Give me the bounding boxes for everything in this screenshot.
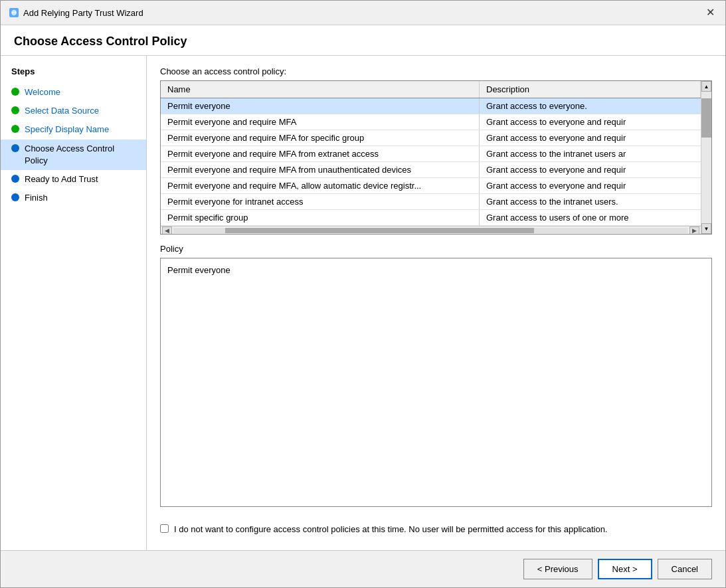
sidebar-item-label-specify-display-name: Specify Display Name: [25, 124, 109, 136]
td-name: Permit everyone and require MFA: [161, 114, 480, 130]
td-name: Permit everyone and require MFA for spec…: [161, 130, 480, 146]
table-section: Choose an access control policy: Name De…: [160, 66, 712, 235]
footer: < Previous Next > Cancel: [1, 550, 725, 587]
td-desc: Grant access to the intranet users.: [480, 194, 701, 209]
policy-table-outer: Name Description Permit everyone Grant a…: [160, 80, 712, 235]
td-desc: Grant access to everyone and requir: [480, 162, 701, 177]
checkbox-row: I do not want to configure access contro…: [160, 516, 712, 540]
table-row[interactable]: Permit everyone for intranet access Gran…: [161, 194, 701, 210]
sidebar-item-choose-access-control-policy: Choose Access Control Policy: [1, 140, 146, 170]
content-area: Steps Welcome Select Data Source Specify…: [1, 56, 725, 550]
main-window: Add Relying Party Trust Wizard ✕ Choose …: [0, 0, 726, 588]
step-dot-specify-display-name: [11, 125, 19, 133]
step-dot-choose-access-control-policy: [11, 144, 19, 152]
wizard-icon: [9, 7, 19, 18]
table-row[interactable]: Permit everyone and require MFA Grant ac…: [161, 114, 701, 130]
sidebar-item-label-ready-to-add-trust: Ready to Add Trust: [25, 173, 98, 185]
table-row[interactable]: Permit everyone and require MFA for spec…: [161, 130, 701, 146]
table-section-label: Choose an access control policy:: [160, 66, 712, 76]
titlebar: Add Relying Party Trust Wizard ✕: [1, 1, 725, 25]
sidebar-item-label-select-data-source: Select Data Source: [25, 105, 99, 117]
td-desc: Grant access to everyone.: [480, 98, 701, 114]
col-header-name: Name: [161, 81, 480, 98]
sidebar-item-specify-display-name[interactable]: Specify Display Name: [1, 120, 146, 139]
vertical-scrollbar[interactable]: ▲ ▼: [701, 81, 711, 234]
sidebar-item-label-welcome: Welcome: [25, 86, 60, 98]
td-desc: Grant access to everyone and requir: [480, 130, 701, 146]
scroll-down-btn[interactable]: ▼: [701, 223, 711, 234]
td-name: Permit everyone and require MFA from una…: [161, 162, 480, 177]
sidebar-item-label-finish: Finish: [25, 192, 48, 204]
table-row[interactable]: Permit everyone and require MFA from una…: [161, 162, 701, 178]
table-header: Name Description: [161, 81, 701, 98]
vscroll-track[interactable]: [701, 92, 711, 223]
table-row[interactable]: Permit everyone and require MFA, allow a…: [161, 178, 701, 194]
no-policy-checkbox[interactable]: [160, 524, 169, 533]
main-panel: Choose an access control policy: Name De…: [147, 56, 725, 550]
step-dot-ready-to-add-trust: [11, 175, 19, 183]
step-dot-finish: [11, 193, 19, 201]
policy-value: Permit everyone: [167, 265, 230, 275]
td-name: Permit specific group: [161, 210, 480, 225]
scroll-right-btn[interactable]: ▶: [689, 227, 699, 235]
next-button[interactable]: Next >: [598, 559, 652, 579]
sidebar-item-ready-to-add-trust: Ready to Add Trust: [1, 170, 146, 189]
step-dot-select-data-source: [11, 106, 19, 114]
sidebar: Steps Welcome Select Data Source Specify…: [1, 56, 147, 550]
td-desc: Grant access to users of one or more: [480, 210, 701, 225]
vscroll-thumb: [701, 98, 711, 138]
col-header-description: Description: [480, 81, 701, 98]
scroll-left-btn[interactable]: ◀: [162, 227, 172, 235]
horizontal-scrollbar[interactable]: ◀ ▶: [161, 226, 701, 234]
page-title: Choose Access Control Policy: [1, 25, 725, 56]
step-dot-welcome: [11, 88, 19, 96]
policy-box: Permit everyone: [160, 258, 712, 507]
policy-table-inner: Name Description Permit everyone Grant a…: [161, 81, 701, 234]
td-name: Permit everyone: [161, 98, 480, 114]
td-desc: Grant access to everyone and requir: [480, 114, 701, 130]
table-row[interactable]: Permit everyone and require MFA from ext…: [161, 146, 701, 162]
sidebar-item-select-data-source[interactable]: Select Data Source: [1, 102, 146, 120]
close-button[interactable]: ✕: [703, 6, 717, 19]
window-title: Add Relying Party Trust Wizard: [23, 8, 143, 18]
checkbox-label[interactable]: I do not want to configure access contro…: [174, 523, 607, 536]
table-row[interactable]: Permit specific group Grant access to us…: [161, 210, 701, 226]
td-name: Permit everyone and require MFA from ext…: [161, 146, 480, 161]
table-row[interactable]: Permit everyone Grant access to everyone…: [161, 98, 701, 114]
sidebar-item-label-choose-access-control-policy: Choose Access Control Policy: [25, 143, 136, 167]
sidebar-item-welcome[interactable]: Welcome: [1, 83, 146, 102]
scroll-track[interactable]: [173, 228, 688, 233]
td-desc: Grant access to the intranet users ar: [480, 146, 701, 161]
cancel-button[interactable]: Cancel: [658, 559, 712, 579]
policy-section-label: Policy: [160, 244, 712, 254]
titlebar-left: Add Relying Party Trust Wizard: [9, 7, 143, 18]
sidebar-item-finish: Finish: [1, 189, 146, 207]
previous-button[interactable]: < Previous: [523, 559, 592, 579]
td-name: Permit everyone and require MFA, allow a…: [161, 178, 480, 193]
scroll-thumb: [225, 228, 534, 233]
td-desc: Grant access to everyone and requir: [480, 178, 701, 193]
table-body: Permit everyone Grant access to everyone…: [161, 98, 701, 226]
scroll-up-btn[interactable]: ▲: [701, 81, 711, 92]
td-name: Permit everyone for intranet access: [161, 194, 480, 209]
policy-section: Policy Permit everyone: [160, 244, 712, 507]
steps-label: Steps: [1, 66, 146, 83]
